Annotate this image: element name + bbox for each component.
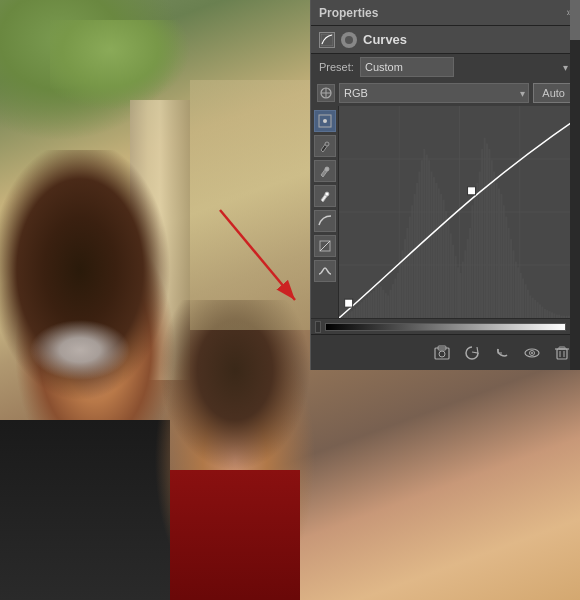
reset-to-snapshot-button[interactable] — [460, 341, 484, 365]
undo-button[interactable] — [490, 341, 514, 365]
eyedropper-gray-button[interactable] — [314, 160, 336, 182]
eyedropper-black-button[interactable] — [314, 135, 336, 157]
channel-select[interactable]: RGB Red Green Blue — [339, 83, 529, 103]
gradient-bar — [325, 323, 566, 331]
svg-point-10 — [325, 192, 329, 196]
smooth-curve-button[interactable] — [314, 210, 336, 232]
svg-point-7 — [323, 119, 327, 123]
tools-column — [311, 106, 339, 318]
create-snapshot-button[interactable] — [430, 341, 454, 365]
panel-header: Properties » — [311, 0, 580, 26]
preset-label: Preset: — [319, 61, 354, 73]
curves-area — [311, 106, 580, 318]
scrollbar-thumb[interactable] — [570, 0, 580, 40]
rgb-select-wrap: RGB Red Green Blue — [339, 83, 529, 103]
curves-header: Curves — [311, 26, 580, 54]
svg-rect-21 — [559, 347, 565, 349]
curves-canvas[interactable] — [339, 106, 580, 318]
panel-scrollbar[interactable] — [570, 0, 580, 370]
preset-row: Preset: Custom Default Strong Contrast M… — [311, 54, 580, 80]
properties-panel: Properties » Curves Preset: Custom Defau… — [310, 0, 580, 370]
input-gradient-strip — [311, 318, 580, 334]
pencil-button[interactable] — [314, 235, 336, 257]
curves-title: Curves — [363, 32, 407, 47]
channel-target-icon[interactable] — [317, 84, 335, 102]
preset-select-wrap: Custom Default Strong Contrast Medium Co… — [360, 57, 572, 77]
point-tool-button[interactable] — [314, 110, 336, 132]
smooth-points-button[interactable] — [314, 260, 336, 282]
visibility-button[interactable] — [520, 341, 544, 365]
svg-point-18 — [531, 352, 533, 354]
eyedropper-white-button[interactable] — [314, 185, 336, 207]
svg-rect-19 — [557, 349, 567, 359]
histogram-display — [339, 106, 580, 318]
preset-select[interactable]: Custom Default Strong Contrast Medium Co… — [360, 57, 454, 77]
black-point-slider[interactable] — [315, 321, 321, 333]
svg-point-8 — [325, 142, 329, 146]
panel-title: Properties — [319, 6, 566, 20]
curves-circle-icon — [341, 32, 357, 48]
svg-rect-2 — [321, 34, 333, 46]
svg-point-15 — [439, 351, 445, 357]
rgb-row: RGB Red Green Blue Auto — [311, 80, 580, 106]
curves-panel-icon — [319, 32, 335, 48]
svg-line-12 — [320, 241, 330, 251]
auto-button[interactable]: Auto — [533, 83, 574, 103]
bottom-toolbar — [311, 334, 580, 370]
svg-point-9 — [325, 167, 329, 171]
